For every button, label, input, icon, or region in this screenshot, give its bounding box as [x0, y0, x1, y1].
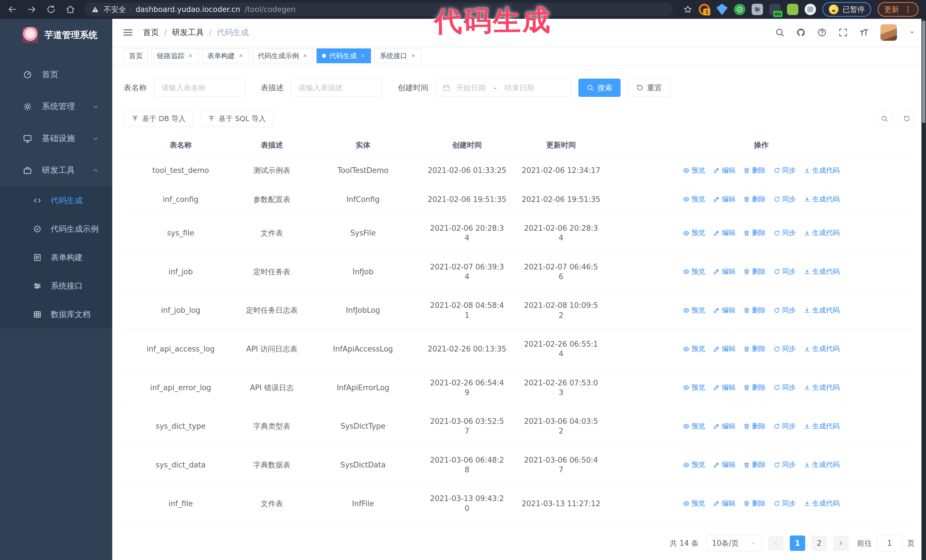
generate-code-link[interactable]: 生成代码: [804, 499, 840, 508]
sidebar-item-codegen[interactable]: 代码生成: [0, 186, 112, 215]
edit-link[interactable]: 编辑: [713, 195, 735, 204]
close-icon[interactable]: [302, 53, 308, 58]
sync-link[interactable]: 同步: [773, 422, 796, 431]
generate-code-link[interactable]: 生成代码: [804, 383, 840, 392]
sync-link[interactable]: 同步: [773, 166, 796, 175]
paused-badge[interactable]: 已暂停: [822, 2, 871, 17]
delete-link[interactable]: 删除: [743, 422, 766, 431]
table-desc-input[interactable]: [291, 78, 382, 97]
delete-link[interactable]: 删除: [743, 267, 766, 276]
edit-link[interactable]: 编辑: [713, 267, 735, 276]
tab-home[interactable]: 首页: [124, 48, 148, 63]
reset-button[interactable]: 重置: [628, 78, 670, 97]
sync-link[interactable]: 同步: [773, 195, 796, 204]
tab-system-api[interactable]: 系统接口: [374, 48, 421, 63]
generate-code-link[interactable]: 生成代码: [804, 267, 840, 276]
sync-link[interactable]: 同步: [773, 460, 796, 469]
start-date-placeholder[interactable]: 开始日期: [456, 83, 486, 93]
prev-page-button[interactable]: [768, 536, 784, 551]
sync-link[interactable]: 同步: [773, 499, 796, 508]
extension-sliders-icon[interactable]: [752, 4, 763, 15]
generate-code-link[interactable]: 生成代码: [804, 306, 840, 315]
kebab-menu-icon[interactable]: [904, 5, 912, 14]
preview-link[interactable]: 预览: [683, 499, 705, 508]
delete-link[interactable]: 删除: [743, 306, 766, 315]
help-icon[interactable]: [817, 28, 827, 37]
delete-link[interactable]: 删除: [743, 499, 766, 508]
sidebar-item-infrastructure[interactable]: 基础设施: [0, 122, 112, 154]
close-icon[interactable]: [188, 53, 193, 58]
generate-code-link[interactable]: 生成代码: [804, 344, 840, 353]
tab-codegen-example[interactable]: 代码生成示例: [253, 48, 313, 63]
sidebar-item-db-doc[interactable]: 数据库文档: [0, 300, 112, 329]
preview-link[interactable]: 预览: [683, 422, 705, 431]
sidebar-item-dev-tools[interactable]: 研发工具: [0, 154, 112, 186]
refresh-table-button[interactable]: [899, 110, 915, 127]
preview-link[interactable]: 预览: [683, 166, 705, 175]
edit-link[interactable]: 编辑: [713, 228, 735, 237]
scrollbar-track[interactable]: [921, 19, 926, 560]
sidebar-item-form-builder[interactable]: 表单构建: [0, 243, 112, 272]
sidebar-item-system-api[interactable]: 系统接口: [0, 272, 112, 300]
delete-link[interactable]: 删除: [743, 344, 766, 353]
toggle-search-button[interactable]: [876, 110, 893, 127]
goto-page-input[interactable]: [876, 535, 903, 551]
sync-link[interactable]: 同步: [773, 306, 796, 315]
page-size-select[interactable]: 10条/页: [707, 535, 762, 551]
address-bar[interactable]: 不安全 dashboard.yudao.iocoder.cn/tool/code…: [84, 3, 673, 16]
delete-link[interactable]: 删除: [743, 460, 766, 469]
breadcrumb-home[interactable]: 首页: [143, 27, 159, 38]
preview-link[interactable]: 预览: [683, 306, 705, 315]
search-button[interactable]: 搜索: [578, 78, 620, 97]
close-icon[interactable]: [360, 53, 366, 58]
edit-link[interactable]: 编辑: [713, 306, 735, 315]
insecure-warning-icon[interactable]: [91, 5, 99, 14]
tab-trace[interactable]: 链路追踪: [151, 48, 198, 63]
generate-code-link[interactable]: 生成代码: [804, 228, 840, 237]
import-db-button[interactable]: 基于 DB 导入: [124, 110, 193, 127]
tab-form-builder[interactable]: 表单构建: [202, 48, 249, 63]
sync-link[interactable]: 同步: [773, 267, 796, 276]
extension-switch-icon[interactable]: on: [769, 4, 781, 15]
avatar[interactable]: [881, 24, 897, 41]
breadcrumb-dev-tools[interactable]: 研发工具: [172, 27, 204, 38]
generate-code-link[interactable]: 生成代码: [804, 422, 840, 431]
sync-link[interactable]: 同步: [773, 383, 796, 392]
extension-gem-icon[interactable]: [716, 4, 728, 15]
url-path[interactable]: /tool/codegen: [245, 5, 295, 14]
tab-codegen[interactable]: 代码生成: [316, 48, 371, 63]
caret-down-icon[interactable]: [908, 29, 916, 36]
edit-link[interactable]: 编辑: [713, 422, 735, 431]
extensions-puzzle-icon[interactable]: [805, 4, 816, 15]
delete-link[interactable]: 删除: [743, 383, 766, 392]
sidebar-logo-row[interactable]: 芋道管理系统: [0, 19, 112, 51]
scrollbar-thumb[interactable]: [922, 21, 925, 123]
page-button-1[interactable]: 1: [790, 536, 805, 551]
edit-link[interactable]: 编辑: [713, 344, 735, 353]
search-icon[interactable]: [775, 28, 785, 37]
preview-link[interactable]: 预览: [683, 228, 705, 237]
preview-link[interactable]: 预览: [683, 344, 705, 353]
bookmark-star-icon[interactable]: [683, 5, 692, 14]
url-host[interactable]: dashboard.yudao.iocoder.cn: [136, 5, 240, 14]
update-button[interactable]: 更新: [878, 2, 918, 17]
table-name-input[interactable]: [154, 78, 245, 97]
github-icon[interactable]: [796, 28, 806, 37]
end-date-placeholder[interactable]: 结束日期: [504, 83, 534, 93]
sync-link[interactable]: 同步: [773, 344, 796, 353]
preview-link[interactable]: 预览: [683, 460, 705, 469]
reload-icon[interactable]: [46, 5, 56, 14]
preview-link[interactable]: 预览: [683, 383, 705, 392]
edit-link[interactable]: 编辑: [713, 499, 735, 508]
sidebar-item-system-management[interactable]: 系统管理: [0, 91, 112, 122]
generate-code-link[interactable]: 生成代码: [804, 460, 840, 469]
preview-link[interactable]: 预览: [683, 195, 705, 204]
sidebar-item-codegen-example[interactable]: 代码生成示例: [0, 215, 112, 243]
import-sql-button[interactable]: 基于 SQL 导入: [200, 110, 273, 127]
page-button-2[interactable]: 2: [811, 536, 827, 551]
date-range-picker[interactable]: 开始日期 - 结束日期: [436, 78, 571, 97]
hamburger-icon[interactable]: [123, 27, 133, 38]
font-size-icon[interactable]: [859, 28, 869, 37]
edit-link[interactable]: 编辑: [713, 383, 735, 392]
close-icon[interactable]: [410, 53, 416, 58]
